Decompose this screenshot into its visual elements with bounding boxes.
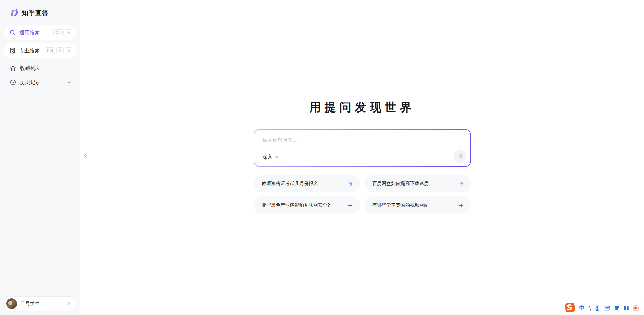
ime-microphone-icon[interactable] [595,305,600,311]
user-profile-button[interactable]: 三号学生 [4,296,76,311]
shortcut-keys: Ctrl K [53,29,72,36]
search-icon [9,29,16,36]
arrow-right-icon [457,153,463,160]
sidebar-collapse-handle[interactable] [82,152,88,161]
user-name: 三号学生 [20,301,67,307]
suggestion-text: 教师资格证考试几月份报名 [262,181,318,187]
sidebar-spacer [0,89,80,292]
document-search-icon [9,47,16,54]
suggestion-card[interactable]: 百度网盘如何提高下载速度 [364,175,471,192]
sidebar-item-history[interactable]: 历史记录 [4,75,76,89]
star-icon [10,65,16,72]
app-logo[interactable]: D 知乎直答 [0,0,80,25]
suggestion-text: 哪些黑色产业链影响互联网安全? [262,202,330,208]
clock-icon [10,79,16,86]
sidebar-item-pro-search[interactable]: 专业搜索 Ctrl ⇧ K [4,43,76,58]
main-content: 用提问发现世界 深入 教师资格证考试几月份报名 百度网盘如何提高下载速度 [254,100,471,214]
sidebar-item-label: 专业搜索 [19,48,45,54]
suggestion-text: 百度网盘如何提高下载速度 [372,181,429,187]
search-box: 深入 [254,129,471,167]
arrow-right-icon [458,203,464,208]
suggestion-text: 有哪些学习英语的视频网站 [372,202,429,208]
sidebar-item-label: 通用搜索 [19,30,53,36]
sidebar-item-favorites[interactable]: 收藏列表 [4,61,76,75]
sidebar: D 知乎直答 通用搜索 Ctrl K 专业搜索 [0,0,80,315]
search-mode-label: 深入 [262,154,272,160]
ime-skin-shirt-icon[interactable] [614,305,620,311]
key-ctrl: Ctrl [45,47,55,54]
chevron-down-icon[interactable] [67,80,72,85]
chevron-right-icon [67,301,71,306]
search-input[interactable] [262,137,447,143]
chevron-left-icon [84,152,87,159]
app-logo-icon: D [9,8,19,18]
sogou-logo-icon[interactable]: S [565,302,576,313]
search-mode-dropdown[interactable]: 深入 [262,154,279,160]
app-title: 知乎直答 [22,9,49,17]
key-k: K [65,47,72,54]
submit-button[interactable] [454,150,466,163]
key-k: K [65,29,72,36]
suggestion-card[interactable]: 哪些黑色产业链影响互联网安全? [254,196,360,214]
arrow-right-icon [458,181,464,187]
ime-punctuation-icon[interactable]: °, [588,306,591,311]
ime-keyboard-icon[interactable] [604,306,610,311]
suggestion-cards: 教师资格证考试几月份报名 百度网盘如何提高下载速度 哪些黑色产业链影响互联网安全… [254,175,471,214]
sidebar-nav: 通用搜索 Ctrl K 专业搜索 Ctrl ⇧ K [0,25,80,89]
shortcut-keys: Ctrl ⇧ K [45,47,72,54]
sidebar-item-general-search[interactable]: 通用搜索 Ctrl K [4,25,76,40]
sidebar-item-label: 历史记录 [20,79,67,86]
page-title: 用提问发现世界 [254,100,471,114]
ime-chinese-mode-icon[interactable]: 中 [579,305,585,311]
chevron-down-icon [275,155,279,159]
key-ctrl: Ctrl [53,29,64,36]
ime-toolbar: S 中 °, [565,303,642,313]
ime-ai-assistant-icon[interactable] [633,305,639,311]
key-shift: ⇧ [56,47,64,54]
arrow-right-icon [347,181,353,187]
avatar [6,298,17,309]
ime-toolbox-grid-icon[interactable] [624,305,629,311]
sidebar-item-label: 收藏列表 [20,65,72,72]
arrow-right-icon [347,203,353,208]
suggestion-card[interactable]: 有哪些学习英语的视频网站 [364,196,471,214]
svg-text:S: S [567,303,572,312]
suggestion-card[interactable]: 教师资格证考试几月份报名 [254,175,360,192]
